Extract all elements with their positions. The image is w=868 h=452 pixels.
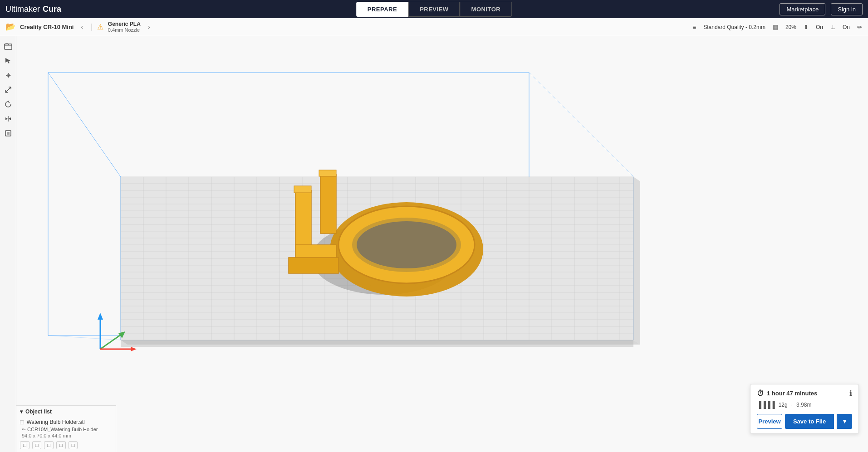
svg-rect-83 xyxy=(294,186,311,193)
settings-bar: 📂 Creality CR-10 Mini ‹ | ⚠ Generic PLA … xyxy=(0,18,868,36)
tab-prepare[interactable]: PREPARE xyxy=(356,2,408,17)
adhesion-icon: ⊥ xyxy=(830,24,835,30)
info-icon[interactable]: ℹ xyxy=(849,389,852,398)
main-area: ✥ xyxy=(0,36,868,452)
material-bars-icon: ▐▐▐▐ xyxy=(757,401,775,408)
scale-tool[interactable] xyxy=(2,83,15,96)
topbar-right-actions: Marketplace Sign in xyxy=(780,3,863,15)
object-panel-title: Object list xyxy=(25,408,52,415)
svg-rect-82 xyxy=(289,258,338,273)
svg-marker-73 xyxy=(121,340,640,345)
material-length-value: 3.98m xyxy=(796,402,811,408)
obj-action-4[interactable]: □ xyxy=(56,441,66,449)
rotate-tool[interactable] xyxy=(2,98,15,111)
per-model-settings-tool[interactable] xyxy=(2,127,15,140)
svg-rect-80 xyxy=(320,175,336,233)
action-buttons: Preview Save to File ▼ xyxy=(757,414,852,429)
signin-button[interactable]: Sign in xyxy=(831,3,863,15)
svg-text:✥: ✥ xyxy=(6,72,11,79)
preview-button[interactable]: Preview xyxy=(757,414,782,429)
marketplace-button[interactable]: Marketplace xyxy=(780,3,825,15)
obj-action-5[interactable]: □ xyxy=(69,441,78,449)
save-dropdown-button[interactable]: ▼ xyxy=(837,414,852,429)
edit-icon: ✏ xyxy=(22,427,25,432)
top-navigation-bar: Ultimaker Cura PREPARE PREVIEW MONITOR M… xyxy=(0,0,868,18)
open-file-tool[interactable] xyxy=(2,40,15,53)
object-filename: Watering Bulb Holder.stl xyxy=(26,419,84,425)
printer-material-section: 📂 Creality CR-10 Mini ‹ | ⚠ Generic PLA … xyxy=(5,21,153,34)
open-folder-icon[interactable]: 📂 xyxy=(5,22,15,32)
infill-icon: ▦ xyxy=(773,24,778,30)
object-panel-header[interactable]: ▾ Object list xyxy=(20,408,112,415)
obj-action-2[interactable]: □ xyxy=(32,441,42,449)
mirror-tool[interactable] xyxy=(2,112,15,125)
material-warning-icon: ⚠ xyxy=(97,23,103,31)
obj-action-3[interactable]: □ xyxy=(44,441,54,449)
support-label: On xyxy=(816,24,823,30)
material-weight-value: 12g xyxy=(779,402,788,408)
obj-action-1[interactable]: □ xyxy=(20,441,29,449)
clock-icon: ⏱ xyxy=(757,389,764,398)
svg-rect-84 xyxy=(319,170,336,176)
printer-name-label: Creality CR-10 Mini xyxy=(20,24,74,30)
svg-rect-0 xyxy=(5,44,12,49)
print-info-panel: ⏱ 1 hour 47 minutes ℹ ▐▐▐▐ 12g · 3.98m P… xyxy=(750,384,859,434)
material-chevron-right[interactable]: › xyxy=(145,22,153,31)
adhesion-label: On xyxy=(843,24,850,30)
navigation-tabs: PREPARE PREVIEW MONITOR xyxy=(356,2,512,17)
print-time-value: 1 hour 47 minutes xyxy=(767,390,817,397)
svg-rect-79 xyxy=(295,190,311,249)
logo-cura-text: Cura xyxy=(43,5,61,14)
app-logo: Ultimaker Cura xyxy=(5,5,61,14)
svg-marker-1 xyxy=(5,58,10,63)
layers-icon: ≡ xyxy=(692,24,696,31)
logo-ultimaker-text: Ultimaker xyxy=(5,5,40,14)
material-info-block: Generic PLA 0.4mm Nozzle xyxy=(108,21,141,34)
material-separator: · xyxy=(791,402,793,408)
print-time-label: ⏱ 1 hour 47 minutes xyxy=(757,389,817,398)
material-usage-section: ▐▐▐▐ 12g · 3.98m xyxy=(757,401,852,408)
material-sub-label: 0.4mm Nozzle xyxy=(108,27,141,33)
infill-percent-label: 20% xyxy=(785,24,796,30)
settings-edit-button[interactable]: ✏ xyxy=(857,24,863,31)
svg-point-78 xyxy=(357,221,456,268)
quality-label: Standard Quality - 0.2mm xyxy=(703,24,765,30)
object-list-panel: ▾ Object list □ Watering Bulb Holder.stl… xyxy=(16,405,116,452)
tab-preview[interactable]: PREVIEW xyxy=(408,2,460,17)
object-actions: □ □ □ □ □ xyxy=(20,441,112,449)
svg-marker-5 xyxy=(9,117,11,120)
3d-viewport[interactable]: ▾ Object list □ Watering Bulb Holder.stl… xyxy=(16,36,868,452)
left-toolbar: ✥ xyxy=(0,36,16,452)
save-to-file-button[interactable]: Save to File xyxy=(785,414,834,429)
object-thumbnail-icon: □ xyxy=(20,418,24,426)
object-detail: ✏ CCR10M_Watering Bulb Holder xyxy=(22,427,112,432)
support-icon: ⬆ xyxy=(804,24,809,30)
quality-settings-section: ≡ Standard Quality - 0.2mm ▦ 20% ⬆ On ⊥ … xyxy=(692,24,863,31)
tab-monitor[interactable]: MONITOR xyxy=(460,2,512,17)
printer-chevron-left[interactable]: ‹ xyxy=(78,22,86,31)
svg-marker-72 xyxy=(633,177,640,345)
object-item: □ Watering Bulb Holder.stl xyxy=(20,418,112,427)
move-tool[interactable]: ✥ xyxy=(2,69,15,82)
select-tool[interactable] xyxy=(2,54,15,67)
collapse-icon: ▾ xyxy=(20,408,23,415)
svg-marker-4 xyxy=(5,117,8,120)
info-panel-header: ⏱ 1 hour 47 minutes ℹ xyxy=(757,389,852,398)
scene-svg xyxy=(16,36,868,452)
object-dimensions: 94.0 x 70.0 x 44.0 mm xyxy=(22,433,112,438)
object-detail-name: CCR10M_Watering Bulb Holder xyxy=(27,427,98,432)
material-name-label: Generic PLA xyxy=(108,21,141,27)
